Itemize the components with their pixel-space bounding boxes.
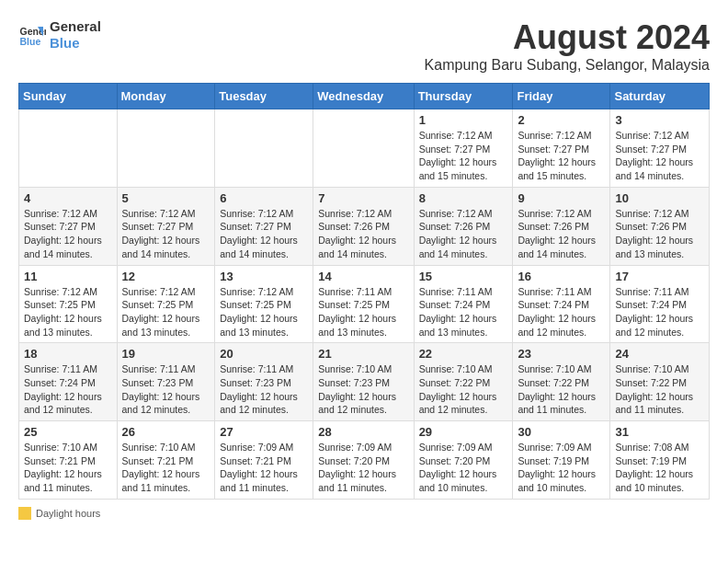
calendar-day-cell: 9Sunrise: 7:12 AM Sunset: 7:26 PM Daylig… [513, 187, 610, 265]
day-info: Sunrise: 7:12 AM Sunset: 7:27 PM Dayligh… [220, 207, 308, 261]
calendar-day-cell [215, 109, 313, 188]
day-info: Sunrise: 7:11 AM Sunset: 7:24 PM Dayligh… [419, 285, 508, 339]
day-number: 12 [122, 270, 210, 283]
calendar-weekday-monday: Monday [117, 84, 215, 109]
calendar-weekday-wednesday: Wednesday [313, 84, 414, 109]
day-info: Sunrise: 7:11 AM Sunset: 7:23 PM Dayligh… [122, 362, 210, 417]
logo-text-blue: Blue [50, 35, 101, 52]
day-info: Sunrise: 7:10 AM Sunset: 7:21 PM Dayligh… [122, 441, 210, 495]
day-info: Sunrise: 7:10 AM Sunset: 7:22 PM Dayligh… [615, 362, 704, 417]
day-number: 9 [518, 191, 605, 205]
day-number: 7 [318, 191, 408, 205]
calendar-day-cell: 22Sunrise: 7:10 AM Sunset: 7:22 PM Dayli… [414, 343, 513, 421]
calendar-weekday-sunday: Sunday [19, 84, 118, 109]
day-number: 5 [122, 191, 210, 205]
day-number: 30 [518, 425, 605, 439]
day-info: Sunrise: 7:12 AM Sunset: 7:26 PM Dayligh… [615, 207, 704, 261]
calendar-weekday-thursday: Thursday [414, 84, 513, 109]
day-number: 31 [615, 425, 704, 439]
day-number: 10 [615, 191, 704, 205]
day-info: Sunrise: 7:09 AM Sunset: 7:21 PM Dayligh… [220, 441, 308, 495]
day-number: 28 [318, 425, 408, 439]
calendar-header-row: SundayMondayTuesdayWednesdayThursdayFrid… [19, 84, 710, 109]
calendar-day-cell: 20Sunrise: 7:11 AM Sunset: 7:23 PM Dayli… [215, 343, 313, 421]
day-info: Sunrise: 7:11 AM Sunset: 7:24 PM Dayligh… [24, 362, 112, 417]
calendar-week-row: 4Sunrise: 7:12 AM Sunset: 7:27 PM Daylig… [19, 187, 710, 265]
day-number: 13 [220, 270, 308, 283]
day-info: Sunrise: 7:10 AM Sunset: 7:22 PM Dayligh… [518, 362, 605, 417]
calendar-day-cell [117, 109, 215, 188]
day-number: 6 [220, 191, 308, 205]
location-subtitle: Kampung Baru Subang, Selangor, Malaysia [425, 57, 710, 74]
day-number: 21 [318, 347, 408, 361]
calendar-week-row: 1Sunrise: 7:12 AM Sunset: 7:27 PM Daylig… [19, 109, 710, 188]
day-number: 23 [518, 347, 605, 361]
calendar-day-cell: 31Sunrise: 7:08 AM Sunset: 7:19 PM Dayli… [610, 421, 710, 500]
calendar-day-cell: 1Sunrise: 7:12 AM Sunset: 7:27 PM Daylig… [414, 109, 513, 188]
calendar-day-cell: 25Sunrise: 7:10 AM Sunset: 7:21 PM Dayli… [19, 421, 118, 500]
calendar-day-cell: 15Sunrise: 7:11 AM Sunset: 7:24 PM Dayli… [414, 265, 513, 343]
day-number: 29 [419, 425, 508, 439]
day-info: Sunrise: 7:08 AM Sunset: 7:19 PM Dayligh… [615, 441, 704, 495]
calendar-day-cell: 27Sunrise: 7:09 AM Sunset: 7:21 PM Dayli… [215, 421, 313, 500]
day-number: 18 [24, 347, 112, 361]
day-number: 20 [220, 347, 308, 361]
page-header: General Blue General Blue August 2024 Ka… [18, 18, 710, 74]
day-info: Sunrise: 7:12 AM Sunset: 7:26 PM Dayligh… [419, 207, 508, 261]
day-number: 8 [419, 191, 508, 205]
day-number: 1 [419, 113, 508, 127]
calendar-day-cell: 11Sunrise: 7:12 AM Sunset: 7:25 PM Dayli… [19, 265, 118, 343]
calendar-day-cell: 3Sunrise: 7:12 AM Sunset: 7:27 PM Daylig… [610, 109, 710, 188]
day-info: Sunrise: 7:11 AM Sunset: 7:23 PM Dayligh… [220, 362, 308, 417]
logo: General Blue General Blue [18, 18, 101, 52]
calendar-weekday-tuesday: Tuesday [215, 84, 313, 109]
month-year-title: August 2024 [425, 18, 710, 57]
calendar-day-cell: 24Sunrise: 7:10 AM Sunset: 7:22 PM Dayli… [610, 343, 710, 421]
day-info: Sunrise: 7:12 AM Sunset: 7:27 PM Dayligh… [615, 129, 704, 183]
day-number: 14 [318, 270, 408, 283]
calendar-day-cell: 16Sunrise: 7:11 AM Sunset: 7:24 PM Dayli… [513, 265, 610, 343]
day-info: Sunrise: 7:12 AM Sunset: 7:26 PM Dayligh… [518, 207, 605, 261]
calendar-day-cell: 19Sunrise: 7:11 AM Sunset: 7:23 PM Dayli… [117, 343, 215, 421]
day-info: Sunrise: 7:10 AM Sunset: 7:21 PM Dayligh… [24, 441, 112, 495]
calendar-day-cell: 12Sunrise: 7:12 AM Sunset: 7:25 PM Dayli… [117, 265, 215, 343]
day-info: Sunrise: 7:09 AM Sunset: 7:20 PM Dayligh… [318, 441, 408, 495]
calendar-day-cell: 28Sunrise: 7:09 AM Sunset: 7:20 PM Dayli… [313, 421, 414, 500]
day-info: Sunrise: 7:11 AM Sunset: 7:25 PM Dayligh… [318, 285, 408, 339]
calendar-day-cell: 26Sunrise: 7:10 AM Sunset: 7:21 PM Dayli… [117, 421, 215, 500]
day-info: Sunrise: 7:11 AM Sunset: 7:24 PM Dayligh… [615, 285, 704, 339]
calendar-day-cell: 30Sunrise: 7:09 AM Sunset: 7:19 PM Dayli… [513, 421, 610, 500]
calendar-week-row: 25Sunrise: 7:10 AM Sunset: 7:21 PM Dayli… [19, 421, 710, 500]
calendar-day-cell: 8Sunrise: 7:12 AM Sunset: 7:26 PM Daylig… [414, 187, 513, 265]
calendar-day-cell [313, 109, 414, 188]
calendar-weekday-friday: Friday [513, 84, 610, 109]
calendar-day-cell: 13Sunrise: 7:12 AM Sunset: 7:25 PM Dayli… [215, 265, 313, 343]
title-block: August 2024 Kampung Baru Subang, Selango… [425, 18, 710, 74]
daylight-label: Daylight hours [36, 508, 100, 519]
day-number: 17 [615, 270, 704, 283]
calendar-day-cell: 29Sunrise: 7:09 AM Sunset: 7:20 PM Dayli… [414, 421, 513, 500]
calendar-day-cell: 14Sunrise: 7:11 AM Sunset: 7:25 PM Dayli… [313, 265, 414, 343]
calendar-day-cell: 10Sunrise: 7:12 AM Sunset: 7:26 PM Dayli… [610, 187, 710, 265]
day-number: 3 [615, 113, 704, 127]
daylight-legend: Daylight hours [18, 507, 100, 520]
day-info: Sunrise: 7:12 AM Sunset: 7:25 PM Dayligh… [220, 285, 308, 339]
day-number: 24 [615, 347, 704, 361]
calendar-week-row: 18Sunrise: 7:11 AM Sunset: 7:24 PM Dayli… [19, 343, 710, 421]
day-number: 19 [122, 347, 210, 361]
logo-text-general: General [50, 18, 101, 35]
calendar-day-cell: 18Sunrise: 7:11 AM Sunset: 7:24 PM Dayli… [19, 343, 118, 421]
day-number: 4 [24, 191, 112, 205]
day-info: Sunrise: 7:12 AM Sunset: 7:26 PM Dayligh… [318, 207, 408, 261]
calendar-table: SundayMondayTuesdayWednesdayThursdayFrid… [18, 83, 710, 500]
day-info: Sunrise: 7:12 AM Sunset: 7:27 PM Dayligh… [419, 129, 508, 183]
day-number: 11 [24, 270, 112, 283]
day-number: 26 [122, 425, 210, 439]
logo-icon: General Blue [18, 21, 46, 49]
svg-text:Blue: Blue [20, 36, 41, 47]
calendar-day-cell: 7Sunrise: 7:12 AM Sunset: 7:26 PM Daylig… [313, 187, 414, 265]
day-info: Sunrise: 7:12 AM Sunset: 7:25 PM Dayligh… [24, 285, 112, 339]
daylight-dot [18, 507, 31, 520]
calendar-day-cell: 23Sunrise: 7:10 AM Sunset: 7:22 PM Dayli… [513, 343, 610, 421]
day-info: Sunrise: 7:12 AM Sunset: 7:27 PM Dayligh… [24, 207, 112, 261]
